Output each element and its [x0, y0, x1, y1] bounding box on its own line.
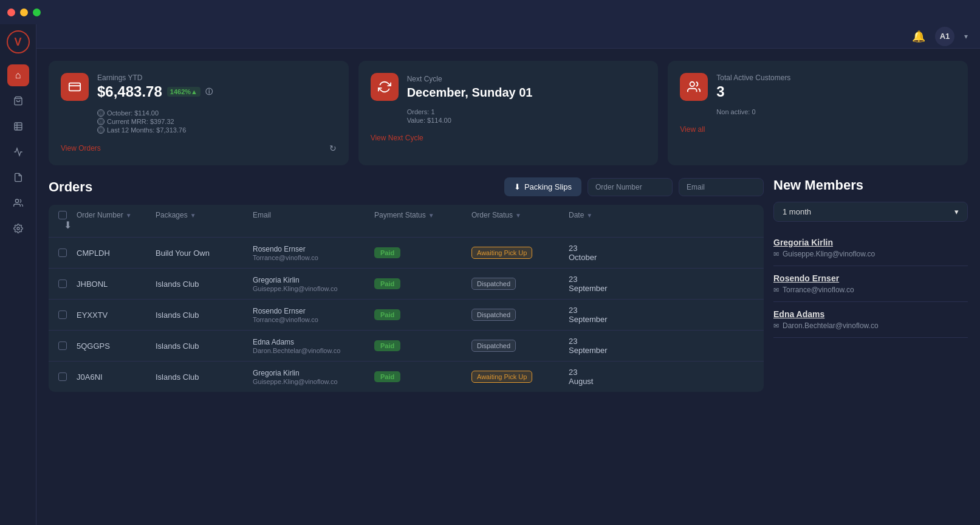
col-order-status[interactable]: Order Status ▼: [471, 211, 569, 219]
content-area: Earnings YTD $6,483.78 1462%▲ ⓘ ⓘ Octobe…: [36, 49, 980, 525]
sidebar-item-settings[interactable]: [7, 218, 29, 239]
members-list: Gregoria Kirlin ✉ Guiseppe.Kling@vinoflo…: [773, 230, 968, 338]
date-cell: 23 September: [569, 275, 593, 293]
package-name: Islands Club: [156, 341, 253, 351]
earnings-badge: 1462%▲: [167, 87, 200, 97]
svg-point-9: [690, 82, 694, 86]
table-row[interactable]: CMPLDH Build Your Own Rosendo Ernser Tor…: [49, 238, 764, 269]
package-name: Build Your Own: [156, 249, 253, 258]
member-name[interactable]: Rosendo Ernser: [773, 273, 968, 283]
member-email: ✉ Daron.Bechtelar@vinoflow.co: [773, 321, 968, 330]
date-cell: 23 October: [569, 244, 593, 262]
titlebar: [0, 0, 980, 24]
member-item: Edna Adams ✉ Daron.Bechtelar@vinoflow.co: [773, 302, 968, 338]
customers-value: 3: [716, 83, 790, 100]
table-row[interactable]: EYXXTV Islands Club Rosendo Ernser Torra…: [49, 300, 764, 331]
svg-rect-1: [15, 123, 22, 130]
earnings-icon: [61, 73, 89, 101]
select-all-checkbox[interactable]: [58, 211, 67, 219]
view-all-link[interactable]: View all: [680, 125, 705, 134]
payment-status-cell: Paid: [374, 309, 471, 320]
col-packages[interactable]: Packages ▼: [156, 211, 253, 219]
email-icon: ✉: [773, 286, 779, 294]
cycle-icon: [371, 73, 399, 101]
member-email: ✉ Torrance@vinoflow.co: [773, 286, 968, 294]
row-checkbox[interactable]: [58, 341, 67, 350]
bottom-section: Orders ⬇ Packing Slips: [49, 177, 968, 513]
row-checkbox[interactable]: [58, 311, 67, 319]
order-id: J0A6NI: [77, 372, 156, 382]
orders-table: Order Number ▼ Packages ▼ Email: [49, 205, 764, 392]
order-id: 5QGGPS: [77, 341, 156, 351]
cycle-value: Value: $114.00: [407, 117, 646, 124]
email-cell: Gregoria Kirlin Guiseppe.Kling@vinoflow.…: [253, 369, 374, 385]
email-cell: Edna Adams Daron.Bechtelar@vinoflow.co: [253, 338, 374, 354]
date-cell: 23 September: [569, 306, 593, 324]
notifications-bell[interactable]: 🔔: [912, 30, 925, 43]
customers-card: Total Active Customers 3 Non active: 0 V…: [668, 61, 968, 165]
table-row[interactable]: J0A6NI Islands Club Gregoria Kirlin Guis…: [49, 362, 764, 392]
packing-slips-button[interactable]: ⬇ Packing Slips: [504, 177, 581, 196]
email-cell: Rosendo Ernser Torrance@vinoflow.co: [253, 307, 374, 323]
stats-row: Earnings YTD $6,483.78 1462%▲ ⓘ ⓘ Octobe…: [49, 61, 968, 165]
cycle-orders: Orders: 1: [407, 108, 646, 115]
order-status-cell: Dispatched: [471, 309, 569, 321]
month-select-dropdown[interactable]: 1 month ▾: [773, 202, 968, 222]
payment-status-cell: Paid: [374, 247, 471, 258]
order-id: JHBONL: [77, 280, 156, 289]
email-input[interactable]: [679, 178, 764, 196]
orders-filters: ⬇ Packing Slips: [504, 177, 764, 196]
col-payment-status[interactable]: Payment Status ▼: [374, 211, 471, 219]
table-row[interactable]: 5QGGPS Islands Club Edna Adams Daron.Bec…: [49, 331, 764, 362]
member-name[interactable]: Edna Adams: [773, 309, 968, 319]
new-members-title: New Members: [773, 177, 968, 193]
row-checkbox[interactable]: [58, 280, 67, 288]
order-status-cell: Awaiting Pick Up: [471, 371, 569, 383]
email-cell: Rosendo Ernser Torrance@vinoflow.co: [253, 245, 374, 261]
svg-point-6: [17, 227, 19, 230]
payment-status-cell: Paid: [374, 278, 471, 289]
order-number-input[interactable]: [588, 178, 673, 196]
member-item: Gregoria Kirlin ✉ Guiseppe.Kling@vinoflo…: [773, 230, 968, 266]
earnings-detail-2: ⓘ Current MRR: $397.32: [97, 118, 337, 125]
view-orders-link[interactable]: View Orders: [61, 144, 101, 153]
member-item: Rosendo Ernser ✉ Torrance@vinoflow.co: [773, 266, 968, 302]
view-next-cycle-link[interactable]: View Next Cycle: [371, 134, 423, 142]
row-checkbox[interactable]: [58, 372, 67, 381]
col-date[interactable]: Date ▼: [569, 211, 593, 219]
row-checkbox[interactable]: [58, 249, 67, 257]
order-status-cell: Dispatched: [471, 340, 569, 352]
refresh-icon[interactable]: ↻: [329, 143, 337, 153]
col-email: Email: [253, 211, 374, 219]
order-status-cell: Awaiting Pick Up: [471, 247, 569, 259]
orders-title: Orders: [49, 179, 92, 195]
orders-header: Orders ⬇ Packing Slips: [49, 177, 764, 196]
customers-icon: [680, 73, 708, 101]
table-header: Order Number ▼ Packages ▼ Email: [49, 205, 764, 238]
download-all-icon[interactable]: ⬇: [58, 219, 77, 231]
svg-point-5: [15, 199, 18, 202]
date-cell: 23 September: [569, 337, 593, 355]
member-name[interactable]: Gregoria Kirlin: [773, 238, 968, 247]
package-name: Islands Club: [156, 311, 253, 320]
sidebar-item-reports[interactable]: [7, 115, 29, 137]
sidebar-item-analytics[interactable]: [7, 141, 29, 163]
sidebar-item-shop[interactable]: [7, 90, 29, 112]
download-icon: ⬇: [514, 182, 521, 191]
email-icon: ✉: [773, 322, 779, 330]
avatar[interactable]: A1: [935, 27, 954, 46]
email-icon: ✉: [773, 250, 779, 258]
non-active-label: Non active: 0: [716, 108, 956, 115]
sidebar-item-users[interactable]: [7, 192, 29, 214]
close-button[interactable]: [7, 9, 15, 16]
minimize-button[interactable]: [20, 9, 28, 16]
maximize-button[interactable]: [33, 9, 41, 16]
user-menu-chevron[interactable]: ▾: [964, 32, 968, 41]
sidebar-item-document[interactable]: [7, 166, 29, 188]
earnings-card: Earnings YTD $6,483.78 1462%▲ ⓘ ⓘ Octobe…: [49, 61, 349, 165]
sidebar-item-home[interactable]: ⌂: [7, 64, 29, 86]
member-email: ✉ Guiseppe.Kling@vinoflow.co: [773, 250, 968, 258]
table-row[interactable]: JHBONL Islands Club Gregoria Kirlin Guis…: [49, 269, 764, 300]
topbar: 🔔 A1 ▾: [36, 24, 980, 49]
col-order-number[interactable]: Order Number ▼: [77, 211, 156, 219]
